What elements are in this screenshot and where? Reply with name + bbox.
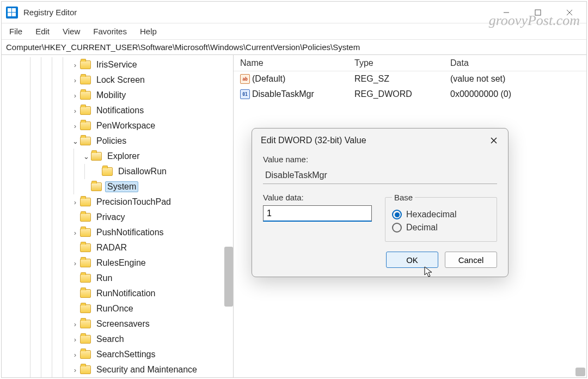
col-name[interactable]: Name — [240, 58, 354, 68]
tree-item[interactable]: ›PushNotifications — [4, 225, 233, 240]
col-data[interactable]: Data — [450, 58, 586, 68]
chevron-right-icon[interactable]: › — [70, 91, 80, 100]
folder-icon — [80, 213, 91, 222]
value-data-label: Value data: — [263, 193, 372, 202]
chevron-right-icon[interactable]: › — [70, 107, 80, 115]
tree-item[interactable]: ›Notifications — [4, 103, 233, 118]
tree-label: System — [105, 181, 138, 192]
tree-item[interactable]: ›PrecisionTouchPad — [4, 194, 233, 210]
folder-icon — [80, 304, 91, 313]
radio-dot-off — [392, 223, 402, 233]
value-type: REG_DWORD — [354, 89, 450, 99]
folder-icon — [80, 228, 91, 237]
menu-edit[interactable]: Edit — [35, 27, 50, 36]
tree-label: Notifications — [94, 105, 146, 116]
chevron-right-icon[interactable]: › — [70, 76, 80, 84]
folder-icon — [80, 289, 91, 298]
tree-item[interactable]: ›Lock Screen — [4, 72, 233, 88]
radio-hex[interactable]: Hexadecimal — [392, 210, 490, 219]
value-data-input[interactable] — [263, 205, 372, 222]
value-data: (value not set) — [450, 74, 586, 84]
tree-item[interactable]: System — [4, 179, 233, 194]
folder-icon — [80, 365, 91, 374]
radio-dec[interactable]: Decimal — [392, 223, 490, 233]
tree-label: Search — [94, 334, 126, 345]
folder-icon — [80, 60, 91, 69]
chevron-right-icon[interactable]: › — [70, 335, 80, 344]
tree-label: PrecisionTouchPad — [94, 197, 173, 207]
chevron-down-icon[interactable]: ⌄ — [81, 152, 91, 161]
menu-favorites[interactable]: Favorites — [93, 27, 127, 36]
folder-icon — [80, 335, 91, 344]
tree-label: Mobility — [94, 90, 128, 101]
value-name: (Default) — [252, 74, 354, 84]
tree-item[interactable]: ›Screensavers — [4, 316, 233, 332]
tree-item[interactable]: ›Mobility — [4, 88, 233, 103]
minimize-button[interactable] — [498, 4, 514, 21]
menu-help[interactable]: Help — [140, 27, 157, 36]
menu-file[interactable]: File — [9, 27, 22, 36]
tree-label: RulesEngine — [94, 258, 148, 268]
address-bar[interactable]: Computer\HKEY_CURRENT_USER\Software\Micr… — [2, 40, 586, 55]
close-button[interactable] — [561, 4, 578, 21]
folder-icon — [80, 121, 91, 130]
tree-item[interactable]: Run — [4, 271, 233, 286]
chevron-right-icon[interactable]: › — [70, 198, 80, 206]
tree-item[interactable]: RADAR — [4, 240, 233, 255]
tree-item[interactable]: RunNotification — [4, 286, 233, 301]
column-header[interactable]: Name Type Data — [234, 55, 586, 71]
folder-icon — [80, 106, 91, 115]
tree-item[interactable]: ›SearchSettings — [4, 347, 233, 362]
tree-item[interactable]: ›RulesEngine — [4, 255, 233, 271]
tree-label: Lock Screen — [94, 75, 147, 85]
tree-pane[interactable]: ›IrisService›Lock Screen›Mobility›Notifi… — [2, 55, 234, 377]
folder-icon — [80, 320, 91, 328]
chevron-right-icon[interactable]: › — [70, 259, 80, 267]
tree-label: IrisService — [94, 59, 139, 70]
folder-icon — [80, 243, 91, 252]
folder-icon — [80, 350, 91, 359]
chevron-right-icon[interactable]: › — [70, 366, 80, 374]
folder-icon — [80, 91, 91, 100]
tree-item[interactable]: Privacy — [4, 210, 233, 225]
chevron-right-icon[interactable]: › — [70, 229, 80, 237]
titlebar: Registry Editor — [2, 2, 586, 23]
tree-item[interactable]: DisallowRun — [4, 164, 233, 179]
string-value-icon: ab — [240, 74, 250, 84]
value-name-field: DisableTaskMgr — [263, 167, 497, 184]
cancel-button[interactable]: Cancel — [445, 252, 497, 268]
value-name: DisableTaskMgr — [252, 89, 354, 99]
tree-item[interactable]: ›PenWorkspace — [4, 118, 233, 133]
dialog-close-button[interactable] — [488, 135, 499, 146]
chevron-right-icon[interactable]: › — [70, 320, 80, 328]
menubar: File Edit View Favorites Help — [2, 23, 586, 40]
chevron-right-icon[interactable]: › — [70, 122, 80, 130]
chevron-right-icon[interactable]: › — [70, 61, 80, 69]
tree-label: Explorer — [105, 151, 142, 162]
ok-button[interactable]: OK — [386, 252, 438, 268]
base-legend: Base — [392, 193, 415, 202]
tree-item[interactable]: ⌄Policies — [4, 133, 233, 149]
value-row[interactable]: ab(Default)REG_SZ(value not set) — [234, 71, 586, 87]
menu-view[interactable]: View — [63, 27, 80, 36]
dword-value-icon: 01 — [240, 89, 250, 99]
folder-icon — [80, 274, 91, 283]
tree-scrollbar[interactable] — [224, 247, 233, 307]
chevron-down-icon[interactable]: ⌄ — [70, 137, 80, 145]
tree-item[interactable]: ›Search — [4, 332, 233, 347]
value-scrollbar[interactable] — [575, 368, 585, 376]
tree-item[interactable]: ⌄Explorer — [4, 149, 233, 164]
value-row[interactable]: 01DisableTaskMgrREG_DWORD0x00000000 (0) — [234, 87, 586, 102]
maximize-button[interactable] — [530, 4, 546, 21]
edit-dword-dialog: Edit DWORD (32-bit) Value Value name: Di… — [252, 128, 509, 277]
value-data: 0x00000000 (0) — [450, 89, 586, 99]
folder-icon — [91, 152, 102, 161]
col-type[interactable]: Type — [354, 58, 450, 68]
tree-item[interactable]: RunOnce — [4, 301, 233, 316]
tree-item[interactable]: ›Security and Maintenance — [4, 362, 233, 377]
folder-icon — [80, 76, 91, 84]
tree-label: PenWorkspace — [94, 120, 157, 131]
chevron-right-icon[interactable]: › — [70, 351, 80, 359]
tree-label: Privacy — [94, 212, 127, 223]
tree-item[interactable]: ›IrisService — [4, 57, 233, 72]
